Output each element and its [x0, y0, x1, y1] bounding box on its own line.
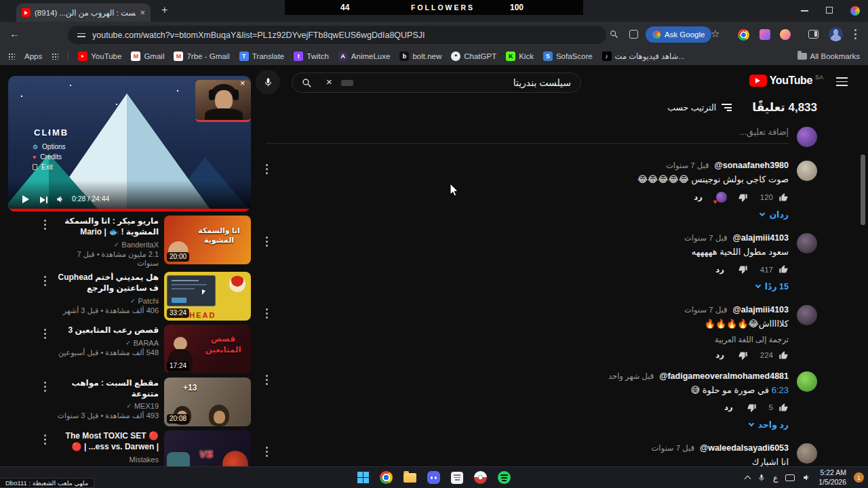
bookmark-translate[interactable]: TTranslate — [239, 52, 285, 61]
sort-button[interactable]: الترتيب حسب — [667, 102, 732, 113]
commenter-avatar[interactable] — [797, 233, 817, 253]
dislike-icon[interactable] — [738, 264, 748, 274]
like-icon[interactable] — [778, 350, 789, 361]
replies-expander[interactable]: ردان — [266, 209, 789, 220]
reply-button[interactable]: رد — [724, 403, 733, 412]
translate-link[interactable]: ترجمة إلى اللغة العربية — [276, 335, 789, 344]
tray-volume-icon[interactable] — [802, 473, 811, 482]
related-video-item[interactable]: قصص المتابعين 17:24 قصص رعب المتابعين 3 … — [8, 325, 251, 373]
clear-search-icon[interactable]: × — [326, 76, 332, 87]
window-close-button[interactable] — [850, 6, 860, 16]
ask-google-button[interactable]: Ask Google — [646, 26, 711, 43]
video-thumbnail[interactable]: VS — [164, 430, 251, 466]
chrome-taskbar-icon[interactable] — [380, 471, 393, 484]
apps-label[interactable]: Apps — [24, 52, 42, 60]
comment-options-icon[interactable] — [266, 161, 268, 174]
youtube-logo[interactable]: YouTube SA — [749, 74, 823, 87]
related-video-item[interactable]: CUPHEAD 33:24 هل يمديني أختم Cuphead ف س… — [8, 272, 251, 321]
address-bar[interactable]: youtube.com/watch?v=btomXmBuqaY&list=PL1… — [68, 26, 606, 44]
tray-expand-icon[interactable] — [745, 475, 751, 482]
bookmark-bolt[interactable]: bbolt.new — [399, 52, 441, 61]
dislike-icon[interactable] — [738, 350, 748, 361]
extension-icon-2[interactable] — [780, 29, 791, 40]
comment-options-icon[interactable] — [266, 305, 268, 319]
channel-name[interactable]: BARAA — [134, 339, 159, 347]
comment-author[interactable]: @waleedalsayadi6053 — [700, 443, 789, 453]
bookmark-star-icon[interactable]: ☆ — [711, 28, 719, 40]
search-bar[interactable]: × سيلست بندريتا — [292, 73, 581, 93]
like-icon[interactable] — [778, 403, 789, 413]
channel-name[interactable]: Patchi — [138, 297, 159, 305]
channel-name[interactable]: Mistakes — [130, 455, 159, 464]
browser-menu-icon[interactable] — [854, 29, 856, 39]
taskbar-clock[interactable]: 5:22 AM 1/5/2026 — [818, 468, 846, 487]
side-panel-icon[interactable] — [808, 30, 818, 39]
comment-author[interactable]: @alajmiii4103 — [733, 305, 789, 314]
display-icon[interactable] — [785, 474, 795, 481]
comment-options-icon[interactable] — [266, 233, 268, 247]
bookmark-chatgpt[interactable]: *ChatGPT — [451, 52, 496, 61]
video-title[interactable]: The Most TOXIC SET 🔴 🔴 | ...ess vs. Darw… — [57, 431, 159, 453]
comment-options-icon[interactable] — [266, 443, 268, 457]
commenter-avatar[interactable] — [797, 161, 817, 181]
comment-options-icon[interactable] — [266, 371, 268, 385]
app-icon-record[interactable] — [474, 471, 487, 484]
user-avatar[interactable] — [797, 127, 817, 147]
video-title[interactable]: ماريو ميكر : انا والسمكة المشوية ! 🐟 | M… — [57, 216, 159, 238]
tray-mic-icon[interactable] — [757, 474, 766, 482]
reply-button[interactable]: رد — [694, 192, 703, 202]
creator-heart-badge[interactable]: ♥ — [716, 192, 727, 203]
progress-bar[interactable] — [8, 209, 251, 211]
video-thumbnail[interactable]: +13 20:08 — [164, 378, 251, 426]
toolbar-search-icon[interactable] — [609, 29, 619, 39]
all-bookmarks-button[interactable]: All Bookmarks — [797, 52, 861, 60]
video-options-icon[interactable] — [44, 272, 46, 286]
window-maximize-button[interactable] — [826, 7, 833, 14]
extension-icon-1[interactable] — [760, 29, 770, 40]
chrome-logo-icon[interactable] — [738, 29, 749, 41]
tab-search-icon[interactable] — [629, 30, 638, 39]
bookmark-sofascore[interactable]: SSofaScore — [543, 52, 593, 61]
video-title[interactable]: مقطع السبت : مواهب متنوعة — [57, 378, 159, 399]
video-options-icon[interactable] — [44, 325, 46, 339]
notification-badge[interactable]: 1 — [854, 472, 864, 483]
video-options-icon[interactable] — [44, 430, 46, 445]
apps-grid-icon-2[interactable] — [52, 53, 58, 60]
comment-time[interactable]: قبل شهر واحد — [608, 371, 654, 381]
start-button[interactable] — [357, 472, 369, 483]
channel-name[interactable]: MEX19 — [134, 402, 159, 410]
video-thumbnail[interactable]: انا والسمكة المشوية 20:00 — [164, 216, 251, 264]
comment-time[interactable]: قبل 7 سنوات — [666, 161, 709, 170]
discord-icon[interactable] — [427, 471, 440, 484]
channel-name[interactable]: BanderitaX — [122, 241, 159, 249]
volume-icon[interactable] — [56, 195, 65, 204]
commenter-avatar[interactable] — [797, 371, 817, 392]
video-options-icon[interactable] — [44, 216, 46, 230]
tune-icon[interactable] — [77, 33, 85, 37]
search-query[interactable]: سيلست بندريتا — [513, 77, 571, 88]
dislike-icon[interactable] — [747, 403, 757, 413]
bookmark-gmail[interactable]: MGmail — [131, 52, 164, 61]
commenter-avatar[interactable] — [797, 305, 817, 325]
comment-author[interactable]: @sonaafaneh3980 — [715, 161, 789, 170]
bookmark-twitch[interactable]: tTwitch — [294, 52, 329, 61]
spotify-icon[interactable] — [498, 471, 511, 484]
miniplayer-close-icon[interactable]: × — [240, 78, 245, 88]
browser-tab[interactable]: سيلست : الهروب من الن... (8914) × — [16, 3, 151, 22]
timestamp-link[interactable]: 6:23 — [772, 385, 789, 395]
comment-input[interactable]: إضافة تعليق... — [266, 127, 789, 144]
video-thumbnail[interactable]: قصص المتابعين 17:24 — [164, 325, 251, 373]
bookmark-7rbe-gmail[interactable]: M7rbe - Gmail — [174, 52, 229, 61]
language-indicator[interactable]: ع — [773, 473, 778, 483]
page-scrollbar[interactable] — [861, 155, 865, 225]
new-tab-button[interactable]: + — [161, 4, 167, 16]
bookmark-tiktok[interactable]: ♪شاهد فيديوهات مت... — [602, 52, 685, 61]
tab-close-icon[interactable]: × — [140, 8, 145, 17]
video-options-icon[interactable] — [44, 378, 46, 392]
back-icon[interactable]: ← — [9, 28, 20, 39]
bookmark-animeluxe[interactable]: AAnimeLuxe — [338, 52, 391, 61]
search-icon[interactable] — [301, 77, 313, 89]
play-icon[interactable] — [22, 195, 29, 203]
video-title[interactable]: قصص رعب المتابعين 3 — [57, 325, 159, 336]
next-icon[interactable] — [40, 197, 47, 203]
